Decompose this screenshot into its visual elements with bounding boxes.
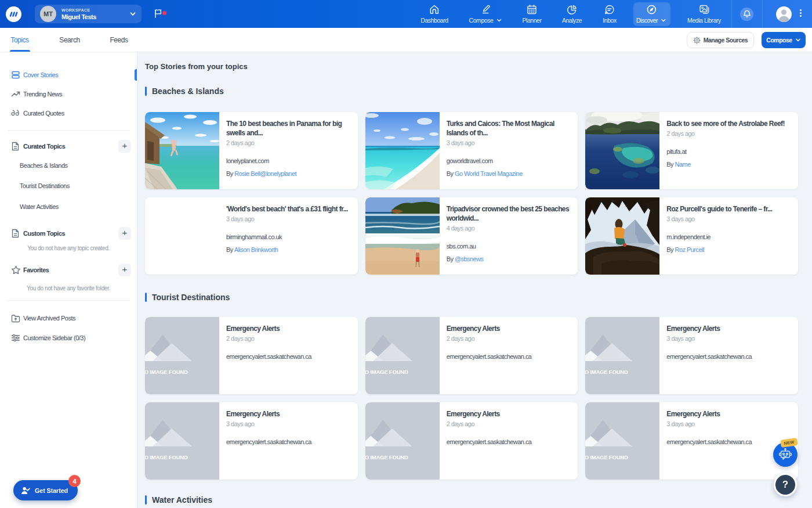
svg-text:NO IMAGE FOUND: NO IMAGE FOUND: [585, 369, 628, 375]
svg-text:NO IMAGE FOUND: NO IMAGE FOUND: [145, 369, 188, 375]
svg-text:NO IMAGE FOUND: NO IMAGE FOUND: [365, 454, 408, 460]
svg-text:NO IMAGE FOUND: NO IMAGE FOUND: [145, 454, 188, 460]
svg-text:NO IMAGE FOUND: NO IMAGE FOUND: [585, 454, 628, 460]
svg-text:NO IMAGE FOUND: NO IMAGE FOUND: [365, 369, 408, 375]
